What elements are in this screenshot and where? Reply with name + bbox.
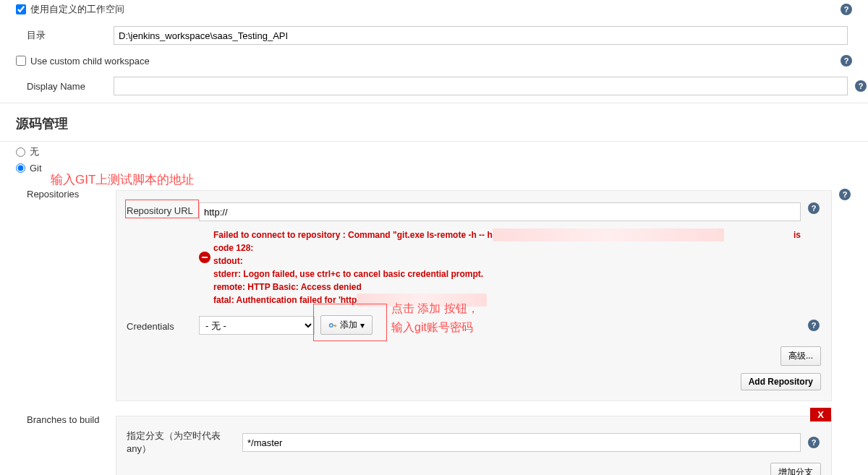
caret-down-icon: ▾ bbox=[360, 320, 365, 330]
branch-spec-input[interactable] bbox=[242, 433, 801, 452]
scm-none-radio[interactable] bbox=[16, 147, 25, 157]
repo-error-block: Failed to connect to repository : Comman… bbox=[199, 228, 801, 307]
help-icon[interactable]: ? bbox=[841, 4, 852, 15]
display-name-input[interactable] bbox=[114, 77, 848, 95]
help-icon[interactable]: ? bbox=[839, 189, 851, 200]
add-repository-button[interactable]: Add Repository bbox=[741, 373, 821, 390]
scm-none-label: 无 bbox=[30, 145, 39, 158]
help-icon[interactable]: ? bbox=[841, 55, 852, 67]
dir-label: 目录 bbox=[27, 29, 114, 42]
dir-input[interactable] bbox=[114, 26, 848, 45]
advanced-button[interactable]: 高级... bbox=[780, 346, 821, 366]
help-icon[interactable]: ? bbox=[808, 320, 820, 331]
repositories-label: Repositories bbox=[27, 186, 116, 200]
repo-url-input[interactable] bbox=[199, 202, 801, 221]
scm-git-label: Git bbox=[30, 163, 42, 174]
key-icon bbox=[328, 321, 337, 330]
branch-spec-label: 指定分支（为空时代表any） bbox=[127, 429, 242, 455]
add-credentials-button[interactable]: 添加 ▾ bbox=[320, 315, 373, 335]
svg-point-0 bbox=[330, 323, 333, 327]
delete-branch-button[interactable]: X bbox=[810, 408, 831, 421]
use-child-workspace-label: Use custom child workspace bbox=[30, 56, 150, 67]
add-branch-button[interactable]: 增加分支 bbox=[770, 463, 821, 475]
credentials-select[interactable]: - 无 - bbox=[199, 316, 315, 335]
credentials-label: Credentials bbox=[127, 318, 199, 332]
help-icon[interactable]: ? bbox=[808, 202, 820, 214]
scm-git-radio[interactable] bbox=[16, 163, 25, 173]
error-icon bbox=[199, 252, 210, 263]
use-child-workspace-checkbox[interactable] bbox=[16, 56, 26, 66]
use-custom-workspace-checkbox[interactable] bbox=[16, 4, 26, 14]
use-custom-workspace-label: 使用自定义的工作空间 bbox=[30, 3, 124, 16]
help-icon[interactable]: ? bbox=[855, 80, 867, 92]
repo-url-label: Repository URL bbox=[127, 202, 199, 216]
scm-section-title: 源码管理 bbox=[0, 105, 868, 140]
display-name-label: Display Name bbox=[27, 81, 114, 92]
branches-label: Branches to build bbox=[27, 411, 116, 425]
help-icon[interactable]: ? bbox=[808, 437, 820, 448]
